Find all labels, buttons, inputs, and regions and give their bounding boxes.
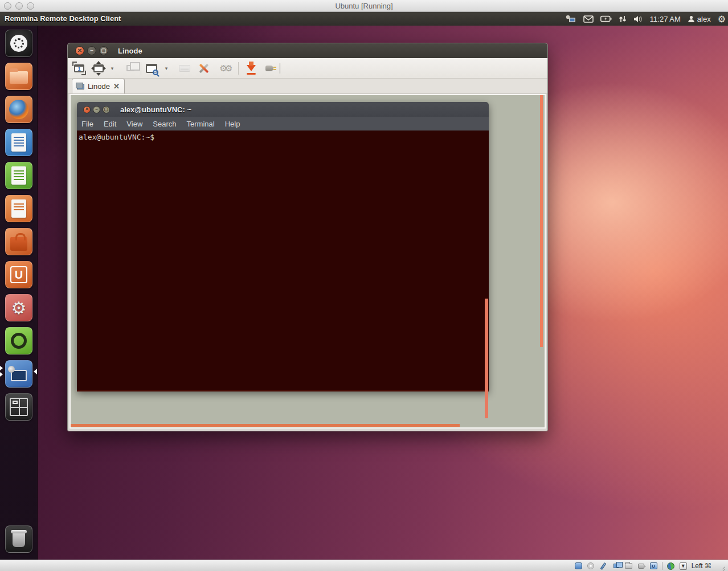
terminal-titlebar[interactable]: ✕ – ▢ alex@ubuntuVNC: ~ <box>77 102 489 117</box>
mouse-integration-icon[interactable] <box>666 562 675 570</box>
user-icon <box>688 15 695 23</box>
remmina-running-pip <box>0 366 3 370</box>
window-maximize-button[interactable]: ▢ <box>99 46 108 55</box>
remote-desktop-view[interactable]: ✕ – ▢ alex@ubuntuVNC: ~ File Edit View S… <box>69 94 546 429</box>
launcher-item-software-center[interactable] <box>5 228 32 255</box>
minimize-to-tray-icon[interactable] <box>244 62 258 75</box>
launcher-item-libreoffice-impress[interactable] <box>5 195 32 222</box>
resize-window-icon[interactable]: 1 <box>72 62 86 75</box>
clock[interactable]: 11:27 AM <box>650 15 681 23</box>
preferences-icon[interactable]: ⚙⚙ <box>216 62 234 75</box>
keyboard-capture-icon[interactable]: ▼ <box>679 562 688 570</box>
vm-window-title: Ubuntu [Running] <box>0 2 728 10</box>
display-icon[interactable]: U <box>649 562 658 570</box>
folder-icon <box>10 71 28 84</box>
toolbar-separator <box>141 62 141 75</box>
fullscreen-options-chevron[interactable]: ▾ <box>109 66 116 71</box>
window-minimize-button[interactable]: – <box>87 46 96 55</box>
launcher-item-trash[interactable] <box>5 525 32 553</box>
window-close-button[interactable]: ✕ <box>75 46 84 55</box>
workspace-grid-icon <box>10 398 28 416</box>
network-traffic-icon[interactable] <box>619 15 627 23</box>
terminal-minimize-button[interactable]: – <box>93 106 100 113</box>
launcher-item-remmina[interactable] <box>5 360 32 388</box>
connection-icon <box>77 84 84 89</box>
tab-close-icon[interactable]: ✕ <box>113 82 120 91</box>
menu-terminal[interactable]: Terminal <box>187 120 215 128</box>
remmina-window-title: Linode <box>118 47 142 55</box>
network-icon[interactable] <box>612 562 620 570</box>
shopping-bag-icon <box>10 237 27 251</box>
disconnect-icon[interactable] <box>263 62 276 75</box>
unity-launcher: U ⚙ <box>0 26 38 560</box>
launcher-item-libreoffice-calc[interactable] <box>5 162 32 189</box>
duplicate-connection-icon <box>124 62 137 75</box>
statusbar-icons: U ▼ Left ⌘ <box>574 560 726 571</box>
terminal-body[interactable]: alex@ubuntuVNC:~$ <box>77 130 489 391</box>
scale-options-chevron[interactable]: ▾ <box>163 66 170 71</box>
remmina-applet-icon[interactable] <box>565 15 576 23</box>
desktop-wallpaper: U ⚙ ✕ – ▢ Linode 1 <box>0 26 728 560</box>
optical-drives-icon[interactable] <box>587 562 595 570</box>
menu-search[interactable]: Search <box>153 120 176 128</box>
battery-icon[interactable] <box>600 15 612 22</box>
remmina-focused-arrow <box>34 369 37 374</box>
writer-document-icon <box>11 133 26 152</box>
ubuntu-one-icon: U <box>10 266 27 283</box>
launcher-item-libreoffice-writer[interactable] <box>5 129 32 156</box>
ubuntu-logo-icon <box>10 35 27 52</box>
menu-edit[interactable]: Edit <box>104 120 116 128</box>
host-key-label: Left ⌘ <box>692 562 711 570</box>
scaled-mode-icon[interactable] <box>145 62 158 75</box>
remmina-titlebar[interactable]: ✕ – ▢ Linode <box>68 43 547 58</box>
launcher-item-ubuntu-one[interactable]: U <box>5 261 32 288</box>
launcher-item-software-updater[interactable] <box>5 327 32 354</box>
updater-icon <box>11 333 27 349</box>
render-artifact-stripe <box>540 95 543 347</box>
remmina-icon <box>11 370 27 381</box>
virtualbox-statusbar: U ▼ Left ⌘ <box>0 560 728 571</box>
resize-grip[interactable] <box>718 562 726 570</box>
terminal-close-button[interactable]: ✕ <box>83 106 91 113</box>
render-artifact-stripe <box>71 424 460 427</box>
launcher-item-system-settings[interactable]: ⚙ <box>5 294 32 321</box>
tools-icon[interactable] <box>197 62 211 75</box>
tab-linode[interactable]: Linode ✕ <box>72 79 125 93</box>
panel-app-title: Remmina Remote Desktop Client <box>5 14 121 23</box>
mail-icon[interactable] <box>583 15 594 23</box>
shared-folders-icon[interactable] <box>624 562 633 570</box>
fullscreen-icon[interactable] <box>92 62 105 75</box>
video-capture-icon[interactable] <box>637 562 645 570</box>
launcher-item-workspace-switcher[interactable] <box>5 393 32 421</box>
terminal-maximize-button[interactable]: ▢ <box>103 106 110 113</box>
menu-help[interactable]: Help <box>225 120 240 128</box>
session-gear-icon[interactable]: ⚙ <box>718 14 726 25</box>
launcher-item-firefox[interactable] <box>5 96 32 123</box>
menu-file[interactable]: File <box>81 120 93 128</box>
toolbar-separator <box>238 62 239 75</box>
user-menu[interactable]: alex <box>688 15 711 23</box>
impress-document-icon <box>11 199 26 218</box>
connection-tabbar: Linode ✕ <box>68 79 547 94</box>
remmina-window: ✕ – ▢ Linode 1 ▾ ▾ ⚙⚙ <box>67 43 548 431</box>
launcher-item-home-folder[interactable] <box>5 63 32 90</box>
remmina-toolbar: 1 ▾ ▾ ⚙⚙ <box>68 58 547 79</box>
vm-screen: Ubuntu [Running] Remmina Remote Desktop … <box>0 0 728 571</box>
hard-disks-icon[interactable] <box>574 562 583 570</box>
render-artifact-stripe <box>485 299 488 418</box>
terminal-window: ✕ – ▢ alex@ubuntuVNC: ~ File Edit View S… <box>77 102 489 391</box>
dash-button[interactable] <box>5 30 32 57</box>
toolbar-caret <box>280 63 280 74</box>
calc-document-icon <box>11 166 26 185</box>
trash-icon <box>13 532 25 547</box>
mac-titlebar: Ubuntu [Running] <box>0 0 728 12</box>
shell-prompt: alex@ubuntuVNC:~$ <box>79 133 154 141</box>
terminal-window-title: alex@ubuntuVNC: ~ <box>120 105 191 114</box>
settings-gear-icon: ⚙ <box>11 298 27 318</box>
tab-label: Linode <box>88 82 110 91</box>
menu-view[interactable]: View <box>126 120 142 128</box>
grab-keyboard-icon <box>178 62 191 75</box>
usb-icon[interactable] <box>599 562 608 570</box>
indicator-area: 11:27 AM alex ⚙ <box>565 12 726 26</box>
volume-icon[interactable] <box>633 15 643 23</box>
